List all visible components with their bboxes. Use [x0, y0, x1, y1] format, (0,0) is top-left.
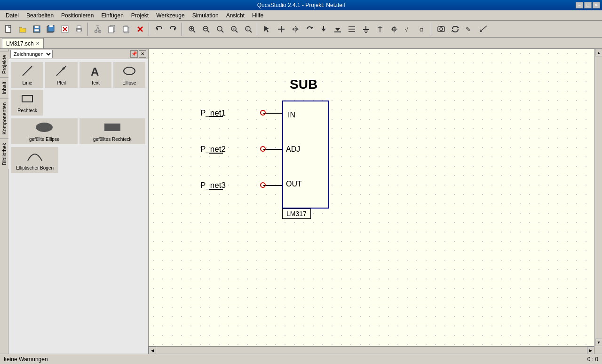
panel-pin-button[interactable]: 📌 [130, 50, 138, 58]
wire-button[interactable] [275, 23, 288, 36]
undo-button[interactable] [152, 23, 166, 36]
svg-marker-70 [457, 27, 459, 28]
svg-marker-47 [296, 27, 299, 31]
delete-button[interactable] [134, 23, 147, 36]
vertical-scrollbar[interactable]: ▲ ▼ [594, 49, 602, 346]
svg-line-73 [480, 26, 487, 31]
svg-point-82 [36, 123, 53, 132]
zoom-in-button[interactable] [199, 23, 213, 36]
panel-header: Zeichnungen 📌 ✕ [8, 49, 148, 59]
text-tool[interactable]: A Text [79, 62, 111, 88]
menu-hilfe[interactable]: Hilfe [248, 11, 267, 20]
tab-lm317[interactable]: LM317.sch ✕ [2, 38, 44, 48]
arc-tool-label: Elliptischer Bogen [16, 165, 54, 170]
zoom-custom-button[interactable]: ± [242, 23, 255, 36]
filled-ellipse-label: gefüllte Ellipse [29, 137, 59, 142]
minimize-button[interactable]: − [576, 2, 583, 8]
scroll-right-button[interactable]: ▶ [587, 347, 594, 354]
edit-code-button[interactable]: ✎ [463, 23, 476, 36]
paste-button[interactable] [119, 23, 133, 36]
scroll-down-button[interactable]: ▼ [595, 339, 602, 346]
canvas-area[interactable]: SUB P_net1 P_net2 P_net3 IN ADJ OUT LM31… [149, 49, 602, 354]
sidebar-tab-komponenten[interactable]: Komponenten [0, 98, 8, 139]
drawing-category-select[interactable]: Zeichnungen [10, 50, 53, 58]
svg-rect-19 [109, 27, 113, 33]
drawing-tools: Linie Pfeil A Text Ellipse [8, 59, 148, 118]
scroll-left-button[interactable]: ◀ [149, 347, 156, 354]
pnet2-underscore [209, 153, 223, 154]
svg-rect-12 [77, 30, 81, 32]
rect-tool[interactable]: Rechteck [11, 90, 43, 116]
tab-close-button[interactable]: ✕ [36, 41, 40, 46]
menu-datei[interactable]: Datei [2, 11, 23, 20]
ground-button[interactable] [359, 23, 372, 36]
arrow-tool-label: Pfeil [57, 80, 66, 85]
new-button[interactable] [2, 23, 15, 36]
zoom-fit-button[interactable] [185, 23, 198, 36]
line-icon [21, 64, 34, 79]
svg-text:√: √ [405, 26, 408, 33]
main-layout: Projekte Inhalt Komponenten Bibliothek Z… [0, 49, 602, 354]
filled-ellipse-tool[interactable]: gefüllte Ellipse [11, 118, 78, 144]
snap-button[interactable] [388, 23, 401, 36]
measure-button[interactable] [477, 23, 490, 36]
zoom-select-button[interactable]: 1:1 [228, 23, 241, 36]
menu-einfuegen[interactable]: Einfügen [97, 11, 127, 20]
pnet3-underscore [209, 189, 223, 190]
align-button[interactable] [345, 23, 358, 36]
saveall-button[interactable] [44, 23, 57, 36]
sep2 [149, 23, 150, 36]
close-doc-button[interactable] [58, 23, 71, 36]
menu-positionieren[interactable]: Positionieren [57, 11, 97, 20]
vline-button[interactable] [373, 23, 387, 36]
panel-close-button[interactable]: ✕ [139, 50, 146, 58]
maximize-button[interactable]: □ [584, 2, 592, 8]
sidebar-tab-projekte[interactable]: Projekte [0, 51, 8, 77]
align-down-button[interactable] [331, 23, 344, 36]
scroll-corner [594, 346, 602, 354]
move-down-button[interactable] [317, 23, 330, 36]
open-button[interactable] [16, 23, 29, 36]
arrow-icon [55, 64, 68, 79]
rotate-button[interactable] [303, 23, 316, 36]
zoom-out-button[interactable] [214, 23, 227, 36]
arc-tool[interactable]: Elliptischer Bogen [11, 147, 58, 173]
filled-rect-icon [103, 121, 122, 136]
arrow-tool[interactable]: Pfeil [45, 62, 77, 88]
redo-button[interactable] [166, 23, 180, 36]
sidebar-tab-bibliothek[interactable]: Bibliothek [0, 139, 8, 169]
component-box: IN ADJ OUT [282, 101, 329, 209]
mirror-x-button[interactable] [289, 23, 302, 36]
alpha-button[interactable]: α [416, 23, 429, 36]
refresh-button[interactable] [449, 23, 462, 36]
close-button[interactable]: ✕ [593, 2, 600, 8]
horizontal-scrollbar[interactable]: ◀ ▶ [149, 346, 594, 354]
tab-bar: LM317.sch ✕ [0, 38, 602, 49]
menu-bearbeiten[interactable]: Bearbeiten [23, 11, 57, 20]
copy-button[interactable] [105, 23, 119, 36]
scroll-up-button[interactable]: ▲ [595, 49, 602, 56]
print-button[interactable] [72, 23, 86, 36]
svg-point-80 [124, 67, 135, 75]
menu-projekt[interactable]: Projekt [127, 11, 152, 20]
text-icon: A [89, 64, 102, 79]
menu-simulation[interactable]: Simulation [189, 11, 222, 20]
component-name-box: LM317 [282, 209, 311, 219]
pnet1-wire [263, 113, 282, 114]
ellipse-tool[interactable]: Ellipse [113, 62, 145, 88]
svg-rect-6 [49, 25, 53, 27]
menu-werkzeuge[interactable]: Werkzeuge [152, 11, 188, 20]
screenshot-button[interactable] [435, 23, 448, 36]
cut-button[interactable] [91, 23, 104, 36]
save-button[interactable] [30, 23, 43, 36]
select-tool-button[interactable] [261, 23, 274, 36]
rect-icon [21, 92, 34, 107]
rect-tool-label: Rechteck [17, 108, 37, 113]
sidebar-tab-inhalt[interactable]: Inhalt [0, 77, 8, 98]
formula-button[interactable]: √ [402, 23, 415, 36]
drawing-tools-row3: Elliptischer Bogen [8, 147, 148, 176]
svg-point-68 [440, 28, 443, 31]
line-tool[interactable]: Linie [11, 62, 43, 88]
filled-rect-tool[interactable]: gefülltes Rechteck [79, 118, 146, 144]
menu-ansicht[interactable]: Ansicht [222, 11, 248, 20]
